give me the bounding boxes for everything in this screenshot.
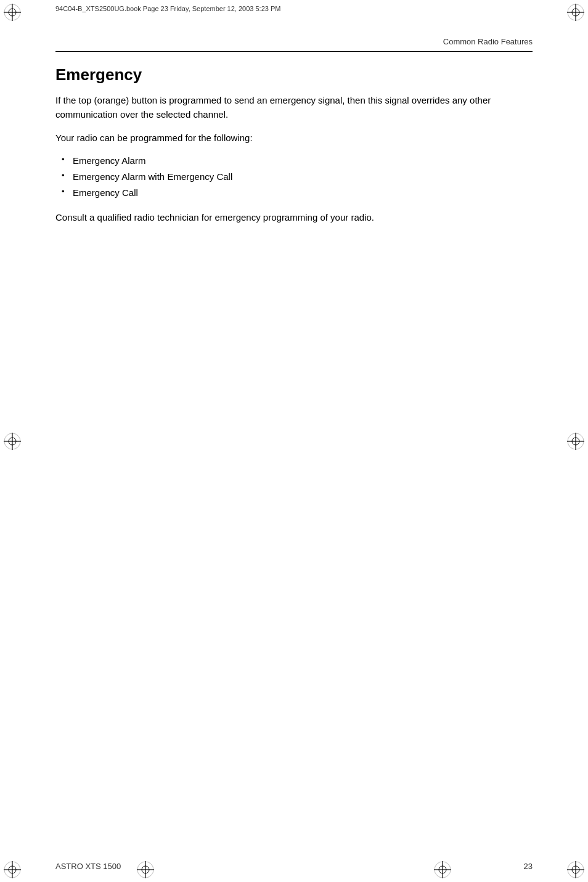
bullet-list: Emergency Alarm Emergency Alarm with Eme… (55, 153, 533, 200)
page-container: 94C04-B_XTS2500UG.book Page 23 Friday, S… (0, 0, 588, 882)
reg-mark-top-right (566, 2, 586, 22)
reg-mark-mid-left (2, 431, 22, 451)
content-area: Common Radio Features Emergency If the t… (55, 37, 533, 845)
reg-mark-bottom-right (566, 860, 586, 880)
page-footer: ASTRO XTS 1500 23 (55, 862, 533, 871)
chapter-title: Common Radio Features (443, 37, 533, 46)
list-item: Emergency Alarm (55, 153, 533, 168)
file-header: 94C04-B_XTS2500UG.book Page 23 Friday, S… (55, 5, 533, 12)
file-info-text: 94C04-B_XTS2500UG.book Page 23 Friday, S… (55, 5, 280, 12)
reg-mark-bottom-left (2, 860, 22, 880)
reg-mark-top-left (2, 2, 22, 22)
chapter-header: Common Radio Features (55, 37, 533, 46)
list-item: Emergency Call (55, 186, 533, 200)
intro-paragraph: If the top (orange) button is programmed… (55, 93, 533, 122)
section-divider (55, 51, 533, 52)
closing-paragraph: Consult a qualified radio technician for… (55, 210, 533, 224)
reg-mark-mid-right (566, 431, 586, 451)
list-item: Emergency Alarm with Emergency Call (55, 169, 533, 184)
sub-intro-paragraph: Your radio can be programmed for the fol… (55, 131, 533, 145)
section-heading: Emergency (55, 65, 533, 84)
footer-left-text: ASTRO XTS 1500 (55, 862, 121, 871)
footer-page-number: 23 (524, 862, 533, 871)
